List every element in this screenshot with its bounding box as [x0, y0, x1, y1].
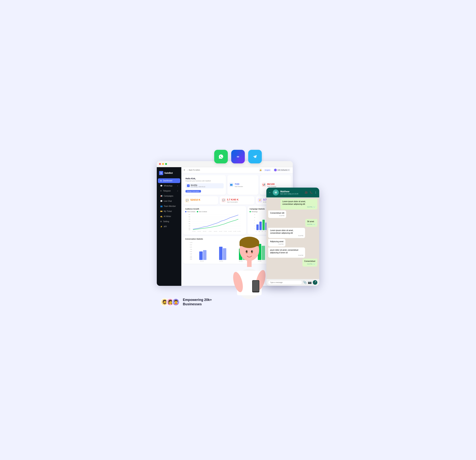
- svg-text:100: 100: [189, 229, 190, 230]
- dot-red[interactable]: [159, 163, 161, 165]
- greeting-subtitle: Empower your business with SaleBot!: [186, 180, 224, 182]
- whatsapp-icon: 💬: [160, 185, 162, 187]
- sidebar-label-setting: Setting: [163, 221, 169, 222]
- stat-conv-top: 💬 3.7 K/40 K Total Conversation: [221, 198, 253, 203]
- logo-icon: S: [159, 171, 163, 175]
- user-menu[interactable]: Kirk Schumm ▾: [273, 168, 290, 172]
- meta-top-icon[interactable]: ∞: [231, 150, 245, 163]
- svg-text:10,000: 10,000: [190, 242, 193, 243]
- plan-sub: Next Billing : 2024-03-22: [191, 186, 205, 187]
- voice-call-icon[interactable]: 📞: [310, 191, 313, 194]
- team-stat-info: 7/20 Team Member: [235, 183, 243, 187]
- dot-yellow[interactable]: [162, 163, 164, 165]
- msg-6-text: psum dolor sit amet, consectetuer adipis…: [270, 249, 298, 254]
- back-arrow-icon[interactable]: ←: [269, 191, 271, 194]
- legend-new: New Contacts: [197, 211, 207, 212]
- stat-campaign-top: 📢 86/100 Total Campaign: [262, 183, 289, 187]
- manage-subscription-button[interactable]: Manage Subscription: [186, 190, 201, 193]
- top-bar-left: ☰ ← Back To Admin: [184, 169, 200, 171]
- msg-7: Consectetuer 5:20 PM ✓✓: [302, 259, 317, 267]
- stat-524-value: 524/10 K: [190, 198, 200, 201]
- back-to-admin[interactable]: ← Back To Admin: [187, 169, 200, 171]
- chevron-down-icon: ▾: [289, 169, 289, 171]
- sidebar-item-aiwriter[interactable]: ✍ AI Writer: [158, 214, 180, 219]
- svg-text:7,000: 7,000: [190, 249, 192, 250]
- svg-text:3,000: 3,000: [190, 257, 192, 258]
- read-receipt-3: ✓✓: [312, 223, 315, 226]
- svg-text:600: 600: [189, 221, 190, 222]
- top-app-icons: ∞: [214, 150, 262, 163]
- aiwriter-icon: ✍: [160, 215, 162, 217]
- sidebar-item-team[interactable]: 👥 Team Member: [158, 204, 180, 209]
- svg-text:4,000: 4,000: [190, 256, 192, 257]
- msg-4-text: Lorem ipsum dolor sit amet, consectetuer…: [270, 229, 293, 234]
- whatsapp-top-icon[interactable]: [214, 150, 228, 163]
- telegram-top-icon[interactable]: [248, 150, 262, 163]
- svg-point-85: [251, 250, 253, 253]
- msg-3-text: Sit amet: [307, 221, 314, 222]
- stat-524-icon: 💬: [185, 198, 189, 203]
- dot-green[interactable]: [165, 163, 167, 165]
- sidebar-item-myticket[interactable]: 🎫 My Ticket: [158, 209, 180, 214]
- more-options-icon[interactable]: ⋮: [314, 191, 317, 194]
- svg-text:800: 800: [189, 216, 190, 217]
- sidebar-item-livechat[interactable]: 💬 Live Chat: [158, 199, 180, 204]
- user-name: Kirk Schumm: [278, 169, 288, 171]
- sidebar: S SaleBot ⊞ Dashboard 💬 WhatsApp ✈ Teleg…: [157, 167, 181, 286]
- sidebar-label-dashboard: Dashboard: [163, 180, 172, 182]
- sidebar-item-api[interactable]: ⚡ API: [158, 224, 180, 229]
- avatar-3: 🧑‍🦱: [172, 298, 180, 306]
- stat-team-top: 👥 7/20 Team Member: [229, 183, 256, 187]
- sidebar-item-whatsapp[interactable]: 💬 WhatsApp: [158, 183, 180, 188]
- ticket-icon: 🎫: [160, 210, 162, 212]
- api-icon: ⚡: [160, 226, 162, 228]
- notification-bell[interactable]: 🔔: [259, 169, 262, 171]
- svg-text:Aug 2023: Aug 2023: [214, 231, 217, 232]
- svg-text:Apr 2023: Apr 2023: [220, 261, 223, 262]
- chat-icons: 📎 📷 🎤: [303, 280, 317, 285]
- svg-text:5,000: 5,000: [190, 254, 192, 255]
- message-input[interactable]: [268, 281, 302, 284]
- sidebar-item-dashboard[interactable]: ⊞ Dashboard: [158, 178, 180, 183]
- attachment-icon[interactable]: 📎: [303, 281, 307, 284]
- svg-point-86: [247, 251, 247, 251]
- msg-3-time: 5:20 PM ✓✓: [307, 223, 315, 226]
- legend-label-total: Total Contacts: [187, 211, 195, 212]
- msg-6-time: 5:18 PM: [270, 255, 303, 256]
- mic-button[interactable]: 🎤: [313, 280, 317, 285]
- person-svg: [227, 212, 272, 299]
- svg-text:Sep 2023: Sep 2023: [219, 231, 222, 232]
- menu-icon[interactable]: ☰: [184, 169, 185, 171]
- msg-1-text: Lorem ipsum dolor sit amet, consectetuer…: [282, 200, 306, 205]
- chat-messages: Lorem ipsum dolor sit amet, consectetuer…: [266, 197, 319, 279]
- svg-point-87: [252, 251, 253, 251]
- team-icon: 👥: [160, 205, 162, 207]
- main-scene: ∞ S SaleBot ⊞: [153, 150, 323, 310]
- svg-rect-62: [219, 247, 222, 260]
- camera-icon[interactable]: 📷: [308, 281, 312, 284]
- logo-text: SaleBot: [164, 172, 173, 174]
- ai-stat-icon: ⚡: [258, 198, 262, 202]
- sidebar-item-campaigns[interactable]: 📢 Campaigns: [158, 194, 180, 198]
- msg-4: Lorem ipsum dolor sit amet, consectetuer…: [268, 228, 305, 238]
- sidebar-label-myticket: My Ticket: [164, 210, 172, 212]
- svg-text:∞: ∞: [237, 155, 239, 159]
- msg-7-text: Consectetuer: [304, 260, 315, 262]
- stat-conversation: 💬 3.7 K/40 K Total Conversation: [220, 196, 255, 204]
- msg-2-text: Consectetuer elit: [270, 212, 284, 214]
- sidebar-item-setting[interactable]: ⚙ Setting: [158, 219, 180, 224]
- sidebar-label-aiwriter: AI Writer: [164, 215, 171, 217]
- language-selector[interactable]: English: [264, 169, 271, 171]
- svg-text:6,000: 6,000: [190, 251, 192, 252]
- empowering-text: Empowering 20k+Businesses: [183, 298, 212, 307]
- plan-row: ✓ Monthly Next Billing : 2024-03-22: [186, 183, 224, 188]
- sidebar-item-telegram[interactable]: ✈ Telegram: [158, 188, 180, 193]
- contact-name: Matthew: [280, 190, 303, 193]
- svg-text:Mar 2023: Mar 2023: [193, 231, 196, 232]
- svg-text:700: 700: [189, 219, 190, 220]
- video-call-icon[interactable]: 🎥: [305, 191, 308, 194]
- team-stat-label: Team Member: [235, 186, 243, 187]
- sidebar-label-api: API: [164, 226, 167, 228]
- svg-text:Mar 2023: Mar 2023: [200, 261, 204, 262]
- svg-text:300: 300: [189, 228, 190, 229]
